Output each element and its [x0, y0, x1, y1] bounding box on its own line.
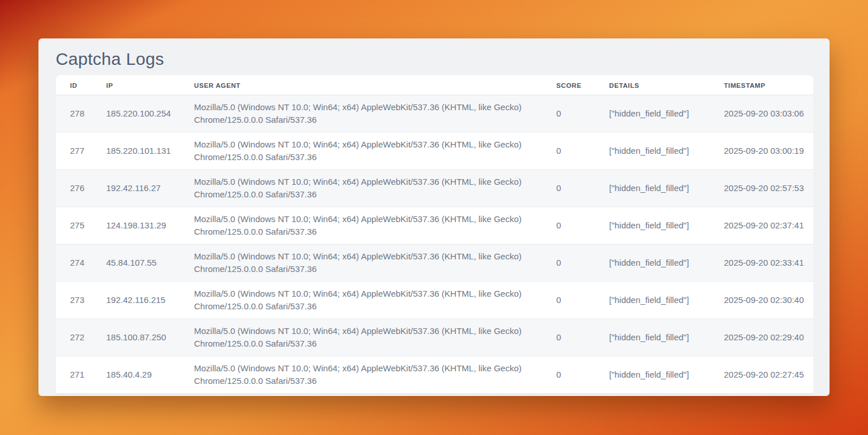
table-row: 276 192.42.116.27 Mozilla/5.0 (Windows N…: [56, 170, 813, 207]
cell-ip: 185.220.101.131: [97, 133, 185, 170]
cell-user-agent: Mozilla/5.0 (Windows NT 10.0; Win64; x64…: [185, 133, 547, 170]
column-header-score: SCORE: [547, 75, 600, 95]
cell-user-agent: Mozilla/5.0 (Windows NT 10.0; Win64; x64…: [185, 319, 547, 356]
column-header-timestamp: TIMESTAMP: [715, 75, 813, 95]
cell-score: 0: [547, 356, 600, 394]
cell-id: 277: [56, 133, 97, 170]
table-row: 277 185.220.101.131 Mozilla/5.0 (Windows…: [56, 133, 813, 170]
table-row: 278 185.220.100.254 Mozilla/5.0 (Windows…: [56, 95, 813, 133]
cell-score: 0: [547, 95, 600, 133]
cell-ip: 185.220.100.254: [97, 95, 185, 133]
cell-score: 0: [547, 244, 600, 282]
cell-score: 0: [547, 133, 600, 170]
cell-id: 273: [56, 282, 97, 319]
cell-id: 278: [56, 95, 97, 133]
cell-id: 274: [56, 244, 97, 282]
cell-user-agent: Mozilla/5.0 (Windows NT 10.0; Win64; x64…: [185, 95, 547, 133]
page-title: Captcha Logs: [38, 38, 830, 72]
cell-user-agent: Mozilla/5.0 (Windows NT 10.0; Win64; x64…: [185, 170, 547, 207]
cell-ip: 192.42.116.215: [97, 282, 185, 319]
cell-score: 0: [547, 319, 600, 356]
cell-timestamp: 2025-09-20 02:57:53: [715, 170, 813, 207]
table-row: 271 185.40.4.29 Mozilla/5.0 (Windows NT …: [56, 356, 813, 394]
cell-ip: 192.42.116.27: [97, 170, 185, 207]
cell-id: 272: [56, 319, 97, 356]
cell-timestamp: 2025-09-20 03:03:06: [715, 95, 813, 133]
cell-timestamp: 2025-09-20 02:29:40: [715, 319, 813, 356]
cell-score: 0: [547, 170, 600, 207]
cell-details: ["hidden_field_filled"]: [600, 319, 715, 356]
captcha-logs-card: Captcha Logs ID IP USER AGENT SCORE DETA…: [38, 38, 830, 396]
table-row: 274 45.84.107.55 Mozilla/5.0 (Windows NT…: [56, 244, 813, 282]
cell-user-agent: Mozilla/5.0 (Windows NT 10.0; Win64; x64…: [185, 356, 547, 394]
cell-details: ["hidden_field_filled"]: [600, 244, 715, 282]
cell-score: 0: [547, 282, 600, 319]
cell-timestamp: 2025-09-20 02:33:41: [715, 244, 813, 282]
cell-ip: 185.100.87.250: [97, 319, 185, 356]
cell-score: 0: [547, 207, 600, 244]
log-table: ID IP USER AGENT SCORE DETAILS TIMESTAMP…: [56, 75, 813, 394]
column-header-details: DETAILS: [600, 75, 715, 95]
cell-details: ["hidden_field_filled"]: [600, 95, 715, 133]
cell-ip: 45.84.107.55: [97, 244, 185, 282]
cell-ip: 185.40.4.29: [97, 356, 185, 394]
table-row: 272 185.100.87.250 Mozilla/5.0 (Windows …: [56, 319, 813, 356]
cell-timestamp: 2025-09-20 03:00:19: [715, 133, 813, 170]
table-row: 275 124.198.131.29 Mozilla/5.0 (Windows …: [56, 207, 813, 244]
cell-id: 271: [56, 356, 97, 394]
cell-details: ["hidden_field_filled"]: [600, 356, 715, 394]
table-row: 273 192.42.116.215 Mozilla/5.0 (Windows …: [56, 282, 813, 319]
cell-id: 276: [56, 170, 97, 207]
table-header-row: ID IP USER AGENT SCORE DETAILS TIMESTAMP: [56, 75, 813, 95]
cell-user-agent: Mozilla/5.0 (Windows NT 10.0; Win64; x64…: [185, 207, 547, 244]
cell-details: ["hidden_field_filled"]: [600, 282, 715, 319]
column-header-id: ID: [56, 75, 97, 95]
log-table-body: 278 185.220.100.254 Mozilla/5.0 (Windows…: [56, 95, 813, 394]
cell-timestamp: 2025-09-20 02:30:40: [715, 282, 813, 319]
cell-ip: 124.198.131.29: [97, 207, 185, 244]
cell-user-agent: Mozilla/5.0 (Windows NT 10.0; Win64; x64…: [185, 282, 547, 319]
cell-timestamp: 2025-09-20 02:37:41: [715, 207, 813, 244]
cell-details: ["hidden_field_filled"]: [600, 133, 715, 170]
log-table-container: ID IP USER AGENT SCORE DETAILS TIMESTAMP…: [56, 75, 813, 394]
cell-id: 275: [56, 207, 97, 244]
cell-timestamp: 2025-09-20 02:27:45: [715, 356, 813, 394]
cell-details: ["hidden_field_filled"]: [600, 170, 715, 207]
cell-user-agent: Mozilla/5.0 (Windows NT 10.0; Win64; x64…: [185, 244, 547, 282]
column-header-ip: IP: [97, 75, 185, 95]
cell-details: ["hidden_field_filled"]: [600, 207, 715, 244]
column-header-user-agent: USER AGENT: [185, 75, 547, 95]
page-background: Captcha Logs ID IP USER AGENT SCORE DETA…: [0, 0, 868, 435]
